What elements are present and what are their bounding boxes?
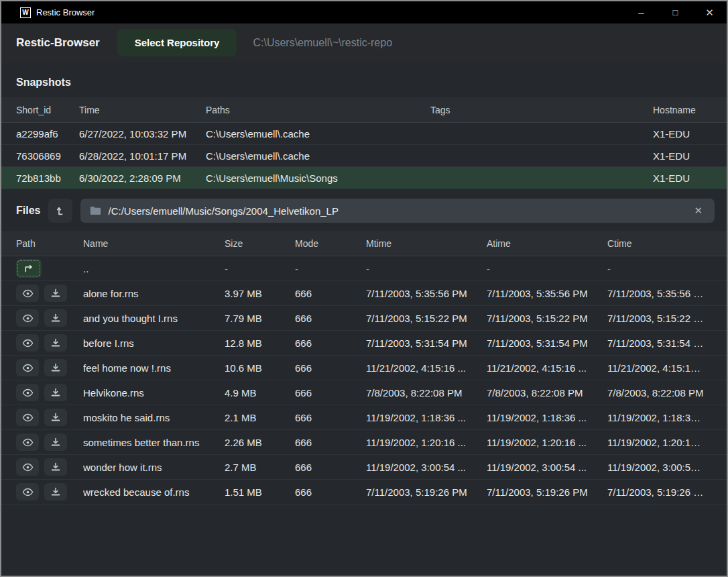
column-header-name: Name [83,238,225,249]
close-button[interactable]: ✕ [692,1,727,23]
preview-file-button[interactable] [16,409,39,426]
file-row[interactable]: alone for.rns 3.97 MB 666 7/11/2003, 5:3… [1,281,727,306]
download-file-button[interactable] [44,384,67,401]
snapshot-hostname: X1-EDU [653,128,712,140]
file-size: 7.79 MB [225,313,295,324]
file-atime: 11/19/2002, 1:20:16 ... [487,437,607,448]
preview-file-button[interactable] [16,483,39,501]
file-row[interactable]: moskito he said.rns 2.1 MB 666 11/19/200… [1,405,727,430]
file-size: 2.26 MB [225,437,295,448]
eye-icon [22,438,34,447]
window-controls: – □ ✕ [624,1,727,23]
file-row[interactable]: wonder how it.rns 2.7 MB 666 11/19/2002,… [1,455,727,480]
download-icon [51,288,60,298]
file-size: 3.97 MB [225,288,295,299]
column-header-hostname: Hostname [653,105,712,115]
file-ctime: - [607,263,712,274]
files-heading: Files [16,205,40,217]
file-ctime: 7/11/2003, 5:35:56 PM [607,288,712,299]
parent-directory-button[interactable] [48,199,72,223]
file-atime: - [487,263,607,274]
download-file-button[interactable] [44,409,67,426]
parent-row[interactable]: .. - - - - - [1,256,727,281]
file-mode: 666 [295,337,366,349]
snapshot-paths: C:\Users\emuell\.cache [206,128,430,140]
file-mtime: 7/11/2003, 5:19:26 PM [366,486,487,498]
turn-up-right-arrow-icon [23,264,34,273]
file-mtime: 7/11/2003, 5:35:56 PM [366,288,487,299]
preview-file-button[interactable] [16,284,39,302]
snapshot-time: 6/27/2022, 10:03:32 PM [79,128,206,140]
download-icon [51,313,60,323]
file-name: feel home now !.rns [83,362,225,374]
maximize-button[interactable]: □ [658,1,692,23]
column-header-tags: Tags [430,105,653,115]
file-row[interactable]: Helvikone.rns 4.9 MB 666 7/8/2003, 8:22:… [1,380,727,405]
file-ctime: 7/11/2003, 5:31:54 PM [607,337,712,349]
file-mode: 666 [295,462,366,473]
preview-file-button[interactable] [16,359,39,376]
file-ctime: 11/19/2002, 3:00:54 ... [607,462,712,473]
snapshots-table-header: Short_id Time Paths Tags Hostname [1,97,727,123]
preview-file-button[interactable] [16,458,39,476]
file-atime: 7/11/2003, 5:35:56 PM [487,288,607,299]
clear-path-button[interactable]: ✕ [691,203,705,218]
file-row[interactable]: sometimes better than.rns 2.26 MB 666 11… [1,430,727,455]
file-atime: 7/11/2003, 5:19:26 PM [487,486,607,498]
file-size: 4.9 MB [225,387,295,399]
eye-icon [22,289,34,298]
level-up-icon [55,205,66,216]
current-path-bar[interactable]: /C:/Users/emuell/Music/Songs/2004_Helvet… [80,199,715,223]
file-ctime: 11/19/2002, 1:18:36 ... [607,412,712,423]
file-row[interactable]: feel home now !.rns 10.6 MB 666 11/21/20… [1,356,727,380]
app-window: W Restic Browser – □ ✕ Restic-Browser Se… [0,0,728,577]
eye-icon [22,388,34,397]
preview-file-button[interactable] [16,334,39,352]
file-mode: 666 [295,288,366,299]
file-size: 1.51 MB [225,486,295,498]
file-ctime: 11/21/2002, 4:15:16 ... [607,362,712,374]
snapshot-row[interactable]: 76306869 6/28/2022, 10:01:17 PM C:\Users… [1,145,727,167]
download-file-button[interactable] [44,309,67,327]
preview-file-button[interactable] [16,309,39,327]
eye-icon [22,314,34,323]
download-file-button[interactable] [44,433,67,451]
snapshot-paths: C:\Users\emuell\Music\Songs [206,172,430,184]
header-toolbar: Restic-Browser Select Repository C:\User… [1,23,727,62]
snapshot-hostname: X1-EDU [653,172,712,184]
file-size: 12.8 MB [225,337,295,349]
download-icon [51,487,60,496]
file-mtime: - [366,263,487,274]
file-atime: 7/8/2003, 8:22:08 PM [487,387,607,399]
download-icon [51,338,60,348]
preview-file-button[interactable] [16,433,39,451]
download-file-button[interactable] [44,458,67,476]
preview-file-button[interactable] [16,384,39,401]
snapshot-short-id: 76306869 [16,150,79,162]
empty-area [1,505,727,576]
file-name: wonder how it.rns [83,462,225,473]
select-repository-button[interactable]: Select Repository [117,29,237,56]
column-header-time: Time [79,105,206,115]
go-parent-button[interactable] [16,259,42,278]
file-row[interactable]: before I.rns 12.8 MB 666 7/11/2003, 5:31… [1,331,727,356]
snapshot-row[interactable]: a2299af6 6/27/2022, 10:03:32 PM C:\Users… [1,123,727,145]
file-name: moskito he said.rns [83,412,225,423]
download-file-button[interactable] [44,359,67,376]
file-mode: 666 [295,362,366,374]
file-row[interactable]: and you thought I.rns 7.79 MB 666 7/11/2… [1,306,727,331]
minimize-button[interactable]: – [624,1,658,23]
download-icon [51,462,60,472]
column-header-mtime: Mtime [366,238,487,249]
files-table-body: .. - - - - - [1,256,727,505]
download-file-button[interactable] [44,483,67,501]
snapshots-table-body: a2299af6 6/27/2022, 10:03:32 PM C:\Users… [1,123,727,189]
current-path-value: /C:/Users/emuell/Music/Songs/2004_Helvet… [108,205,339,217]
download-file-button[interactable] [44,334,67,352]
file-row[interactable]: wrecked because of.rns 1.51 MB 666 7/11/… [1,480,727,505]
snapshot-row[interactable]: 72b813bb 6/30/2022, 2:28:09 PM C:\Users\… [1,167,727,189]
files-table-header: Path Name Size Mode Mtime Atime Ctime [1,231,727,256]
download-file-button[interactable] [44,284,67,302]
snapshot-short-id: a2299af6 [16,128,79,140]
file-mode: - [295,263,366,274]
